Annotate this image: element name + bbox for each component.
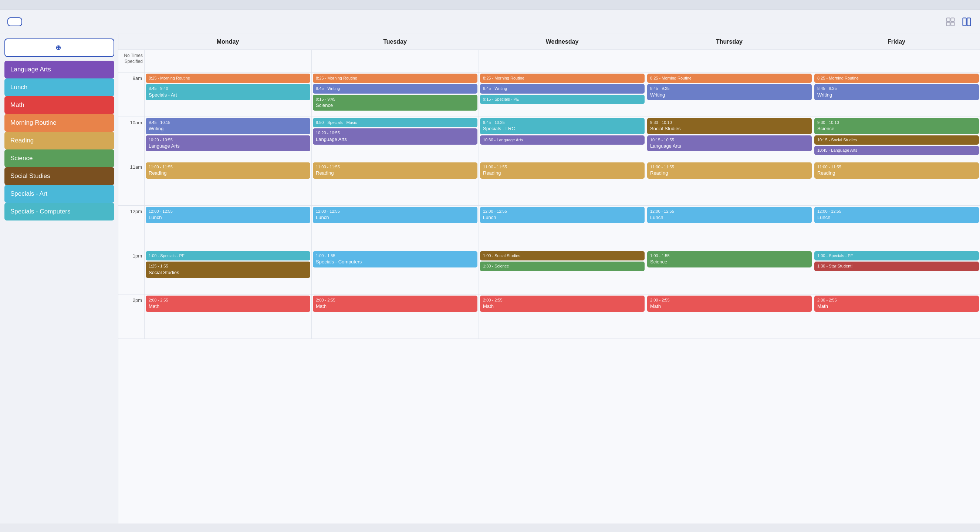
event-time-text: 1:00 - Social Studies bbox=[483, 253, 642, 259]
sidebar-item-morning-routine[interactable]: Morning Routine bbox=[5, 114, 114, 132]
event-block[interactable]: 8:45 - 9:40Specials - Art bbox=[146, 84, 310, 100]
sidebar-item-language-arts[interactable]: Language Arts bbox=[5, 61, 114, 78]
event-block[interactable]: 8:45 - Writing bbox=[480, 84, 644, 93]
event-block[interactable]: 9:15 - Specials - PE bbox=[480, 95, 644, 104]
time-row-2pm: 2pm2:00 - 2:55Math2:00 - 2:55Math2:00 - … bbox=[118, 295, 980, 339]
event-block[interactable]: 1:00 - Social Studies bbox=[480, 251, 644, 260]
day-headers: Monday Tuesday Wednesday Thursday Friday bbox=[118, 34, 980, 50]
event-block[interactable]: 12:00 - 12:55Lunch bbox=[480, 207, 644, 223]
svg-rect-2 bbox=[947, 22, 950, 25]
sidebar-item-social-studies[interactable]: Social Studies bbox=[5, 167, 114, 185]
event-time-text: 2:00 - 2:55 bbox=[149, 298, 307, 303]
event-block[interactable]: 10:20 - 10:55Language Arts bbox=[146, 135, 310, 152]
event-time-text: 8:45 - Writing bbox=[483, 86, 642, 91]
event-time-text: 8:25 - Morning Routine bbox=[483, 75, 642, 81]
add-class-button[interactable]: ⊕ bbox=[5, 38, 114, 57]
no-times-label: No TimesSpecified bbox=[118, 50, 144, 72]
event-block[interactable]: 1:00 - 1:55Science bbox=[647, 251, 812, 268]
event-block[interactable]: 2:00 - 2:55Math bbox=[313, 296, 477, 312]
event-name-text: Math bbox=[149, 303, 307, 310]
event-time-text: 9:30 - 10:10 bbox=[817, 120, 976, 126]
event-block[interactable]: 2:00 - 2:55Math bbox=[815, 296, 979, 312]
event-name-text: Lunch bbox=[483, 214, 642, 221]
app-header bbox=[0, 0, 980, 10]
day-col-3-3: 12:00 - 12:55Lunch bbox=[646, 206, 813, 250]
event-block[interactable]: 10:45 - Language Arts bbox=[815, 146, 979, 155]
event-block[interactable]: 8:45 - Writing bbox=[313, 84, 477, 93]
no-times-tuesday bbox=[311, 50, 479, 72]
calendar-area[interactable]: Monday Tuesday Wednesday Thursday Friday… bbox=[118, 34, 980, 524]
event-block[interactable]: 12:00 - 12:55Lunch bbox=[815, 207, 979, 223]
event-block[interactable]: 9:30 - 10:10Science bbox=[815, 118, 979, 134]
time-label-10am: 10am bbox=[118, 117, 144, 161]
event-block[interactable]: 10:15 - Social Studies bbox=[815, 135, 979, 145]
event-block[interactable]: 8:25 - Morning Routine bbox=[146, 73, 310, 83]
event-time-text: 12:00 - 12:55 bbox=[316, 209, 474, 214]
sidebar-item-reading[interactable]: Reading bbox=[5, 132, 114, 150]
event-block[interactable]: 1:00 - Specials - PE bbox=[146, 251, 310, 260]
event-block[interactable]: 8:45 - 9:25Writing bbox=[815, 84, 979, 100]
event-block[interactable]: 8:45 - 9:25Writing bbox=[647, 84, 812, 100]
event-block[interactable]: 9:50 - Specials - Music bbox=[313, 118, 477, 127]
event-block[interactable]: 1:25 - 1:55Social Studies bbox=[146, 261, 310, 278]
no-times-wednesday bbox=[479, 50, 646, 72]
thursday-header: Thursday bbox=[646, 34, 813, 49]
event-block[interactable]: 10:30 - Language Arts bbox=[480, 135, 644, 145]
sidebar-item-specials---art[interactable]: Specials - Art bbox=[5, 185, 114, 203]
event-block[interactable]: 8:25 - Morning Routine bbox=[647, 73, 812, 83]
event-time-text: 10:20 - 10:55 bbox=[149, 137, 307, 143]
event-block[interactable]: 12:00 - 12:55Lunch bbox=[647, 207, 812, 223]
event-name-text: Specials - Art bbox=[149, 92, 307, 99]
event-name-text: Reading bbox=[316, 170, 474, 177]
sidebar-item-science[interactable]: Science bbox=[5, 150, 114, 167]
event-block[interactable]: 1:30 - Star Student! bbox=[815, 261, 979, 271]
schedule-button[interactable] bbox=[7, 18, 22, 26]
sidebar-item-lunch[interactable]: Lunch bbox=[5, 78, 114, 96]
sidebar-item-specials---computers[interactable]: Specials - Computers bbox=[5, 203, 114, 220]
event-block[interactable]: 10:15 - 10:55Language Arts bbox=[647, 135, 812, 152]
event-block[interactable]: 2:00 - 2:55Math bbox=[480, 296, 644, 312]
event-block[interactable]: 11:00 - 11:55Reading bbox=[647, 162, 812, 179]
event-time-text: 11:00 - 11:55 bbox=[483, 164, 642, 170]
event-time-text: 11:00 - 11:55 bbox=[817, 164, 976, 170]
event-block[interactable]: 8:25 - Morning Routine bbox=[815, 73, 979, 83]
event-block[interactable]: 9:15 - 9:45Science bbox=[313, 95, 477, 111]
calendar-inner: Monday Tuesday Wednesday Thursday Friday… bbox=[118, 34, 980, 339]
event-time-text: 10:15 - Social Studies bbox=[817, 137, 976, 143]
event-block[interactable]: 9:30 - 10:10Social Studies bbox=[647, 118, 812, 134]
event-block[interactable]: 11:00 - 11:55Reading bbox=[815, 162, 979, 179]
main-layout: ⊕ Language ArtsLunchMathMorning RoutineR… bbox=[0, 34, 980, 524]
event-block[interactable]: 11:00 - 11:55Reading bbox=[480, 162, 644, 179]
event-name-text: Reading bbox=[650, 170, 809, 177]
event-block[interactable]: 11:00 - 11:55Reading bbox=[146, 162, 310, 179]
toolbar bbox=[0, 10, 980, 34]
event-block[interactable]: 1:30 - Science bbox=[480, 261, 644, 271]
event-block[interactable]: 1:00 - 1:55Specials - Computers bbox=[313, 251, 477, 268]
event-block[interactable]: 8:25 - Morning Routine bbox=[480, 73, 644, 83]
event-block[interactable]: 2:00 - 2:55Math bbox=[647, 296, 812, 312]
event-time-text: 8:45 - 9:40 bbox=[149, 86, 307, 91]
event-name-text: Science bbox=[316, 102, 474, 109]
event-name-text: Lunch bbox=[817, 214, 976, 221]
event-block[interactable]: 11:00 - 11:55Reading bbox=[313, 162, 477, 179]
day-col-5-1: 2:00 - 2:55Math bbox=[311, 295, 479, 339]
event-time-text: 11:00 - 11:55 bbox=[316, 164, 474, 170]
split-view-icon[interactable] bbox=[961, 16, 973, 28]
day-col-3-1: 12:00 - 12:55Lunch bbox=[311, 206, 479, 250]
grid-view-icon[interactable] bbox=[945, 16, 956, 28]
event-name-text: Reading bbox=[817, 170, 976, 177]
sidebar-item-math[interactable]: Math bbox=[5, 96, 114, 114]
event-block[interactable]: 2:00 - 2:55Math bbox=[146, 296, 310, 312]
event-block[interactable]: 1:00 - Specials - PE bbox=[815, 251, 979, 260]
event-block[interactable]: 9:45 - 10:25Specials - LRC bbox=[480, 118, 644, 134]
event-block[interactable]: 9:45 - 10:15Writing bbox=[146, 118, 310, 134]
event-time-text: 1:25 - 1:55 bbox=[149, 263, 307, 269]
event-name-text: Language Arts bbox=[149, 143, 307, 150]
event-block[interactable]: 10:20 - 10:55Language Arts bbox=[313, 128, 477, 145]
event-time-text: 1:00 - Specials - PE bbox=[817, 253, 976, 259]
day-col-0-0: 8:25 - Morning Routine8:45 - 9:40Special… bbox=[144, 73, 311, 116]
event-block[interactable]: 8:25 - Morning Routine bbox=[313, 73, 477, 83]
day-col-5-3: 2:00 - 2:55Math bbox=[646, 295, 813, 339]
event-block[interactable]: 12:00 - 12:55Lunch bbox=[146, 207, 310, 223]
event-block[interactable]: 12:00 - 12:55Lunch bbox=[313, 207, 477, 223]
